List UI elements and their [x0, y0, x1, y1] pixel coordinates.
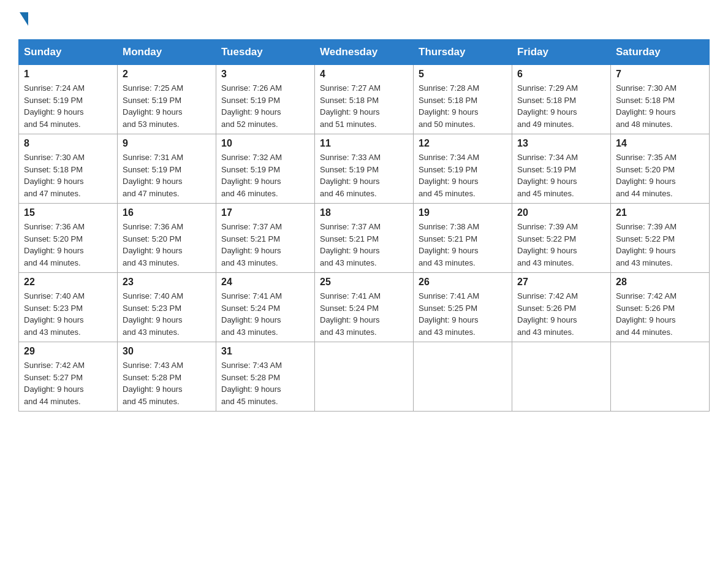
- table-row: 16Sunrise: 7:36 AMSunset: 5:20 PMDayligh…: [118, 204, 216, 273]
- table-row: 24Sunrise: 7:41 AMSunset: 5:24 PMDayligh…: [216, 273, 315, 342]
- day-detail: Sunrise: 7:42 AMSunset: 5:26 PMDaylight:…: [616, 290, 704, 338]
- day-detail: Sunrise: 7:37 AMSunset: 5:21 PMDaylight:…: [221, 221, 309, 269]
- day-number: 1: [24, 69, 112, 80]
- day-detail: Sunrise: 7:41 AMSunset: 5:25 PMDaylight:…: [419, 290, 507, 338]
- day-number: 14: [616, 138, 704, 149]
- day-number: 27: [517, 277, 605, 288]
- table-row: 10Sunrise: 7:32 AMSunset: 5:19 PMDayligh…: [216, 134, 315, 204]
- table-row: [512, 342, 611, 412]
- day-number: 11: [320, 138, 408, 149]
- page-header: [18, 12, 710, 27]
- day-number: 7: [616, 69, 704, 80]
- day-detail: Sunrise: 7:41 AMSunset: 5:24 PMDaylight:…: [320, 290, 408, 338]
- table-row: 11Sunrise: 7:33 AMSunset: 5:19 PMDayligh…: [315, 134, 414, 204]
- day-number: 19: [419, 207, 507, 218]
- table-row: 21Sunrise: 7:39 AMSunset: 5:22 PMDayligh…: [611, 204, 710, 273]
- col-thursday: Thursday: [414, 40, 512, 65]
- day-detail: Sunrise: 7:29 AMSunset: 5:18 PMDaylight:…: [517, 82, 605, 130]
- day-detail: Sunrise: 7:40 AMSunset: 5:23 PMDaylight:…: [123, 290, 211, 338]
- day-number: 18: [320, 207, 408, 218]
- day-number: 13: [517, 138, 605, 149]
- table-row: 17Sunrise: 7:37 AMSunset: 5:21 PMDayligh…: [216, 204, 315, 273]
- calendar-row: 15Sunrise: 7:36 AMSunset: 5:20 PMDayligh…: [19, 204, 710, 273]
- calendar-table: Sunday Monday Tuesday Wednesday Thursday…: [18, 39, 710, 412]
- day-detail: Sunrise: 7:42 AMSunset: 5:27 PMDaylight:…: [24, 359, 112, 407]
- day-detail: Sunrise: 7:27 AMSunset: 5:18 PMDaylight:…: [320, 82, 408, 130]
- header-row: Sunday Monday Tuesday Wednesday Thursday…: [19, 40, 710, 65]
- day-number: 12: [419, 138, 507, 149]
- table-row: 5Sunrise: 7:28 AMSunset: 5:18 PMDaylight…: [414, 65, 512, 134]
- col-saturday: Saturday: [611, 40, 710, 65]
- day-number: 22: [24, 277, 112, 288]
- day-detail: Sunrise: 7:28 AMSunset: 5:18 PMDaylight:…: [419, 82, 507, 130]
- table-row: 14Sunrise: 7:35 AMSunset: 5:20 PMDayligh…: [611, 134, 710, 204]
- day-detail: Sunrise: 7:32 AMSunset: 5:19 PMDaylight:…: [221, 151, 309, 199]
- day-detail: Sunrise: 7:37 AMSunset: 5:21 PMDaylight:…: [320, 221, 408, 269]
- day-detail: Sunrise: 7:36 AMSunset: 5:20 PMDaylight:…: [123, 221, 211, 269]
- calendar-row: 29Sunrise: 7:42 AMSunset: 5:27 PMDayligh…: [19, 342, 710, 412]
- table-row: 4Sunrise: 7:27 AMSunset: 5:18 PMDaylight…: [315, 65, 414, 134]
- table-row: 26Sunrise: 7:41 AMSunset: 5:25 PMDayligh…: [414, 273, 512, 342]
- table-row: 29Sunrise: 7:42 AMSunset: 5:27 PMDayligh…: [19, 342, 118, 412]
- day-number: 21: [616, 207, 704, 218]
- calendar-row: 8Sunrise: 7:30 AMSunset: 5:18 PMDaylight…: [19, 134, 710, 204]
- table-row: 30Sunrise: 7:43 AMSunset: 5:28 PMDayligh…: [118, 342, 216, 412]
- col-sunday: Sunday: [19, 40, 118, 65]
- calendar-row: 1Sunrise: 7:24 AMSunset: 5:19 PMDaylight…: [19, 65, 710, 134]
- col-wednesday: Wednesday: [315, 40, 414, 65]
- table-row: 2Sunrise: 7:25 AMSunset: 5:19 PMDaylight…: [118, 65, 216, 134]
- day-detail: Sunrise: 7:24 AMSunset: 5:19 PMDaylight:…: [24, 82, 112, 130]
- table-row: 3Sunrise: 7:26 AMSunset: 5:19 PMDaylight…: [216, 65, 315, 134]
- day-number: 26: [419, 277, 507, 288]
- day-number: 5: [419, 69, 507, 80]
- day-detail: Sunrise: 7:40 AMSunset: 5:23 PMDaylight:…: [24, 290, 112, 338]
- day-detail: Sunrise: 7:34 AMSunset: 5:19 PMDaylight:…: [517, 151, 605, 199]
- day-detail: Sunrise: 7:39 AMSunset: 5:22 PMDaylight:…: [616, 221, 704, 269]
- day-number: 29: [24, 346, 112, 357]
- table-row: 22Sunrise: 7:40 AMSunset: 5:23 PMDayligh…: [19, 273, 118, 342]
- day-number: 24: [221, 277, 309, 288]
- day-detail: Sunrise: 7:26 AMSunset: 5:19 PMDaylight:…: [221, 82, 309, 130]
- table-row: [611, 342, 710, 412]
- day-detail: Sunrise: 7:34 AMSunset: 5:19 PMDaylight:…: [419, 151, 507, 199]
- col-monday: Monday: [118, 40, 216, 65]
- calendar-row: 22Sunrise: 7:40 AMSunset: 5:23 PMDayligh…: [19, 273, 710, 342]
- table-row: 23Sunrise: 7:40 AMSunset: 5:23 PMDayligh…: [118, 273, 216, 342]
- table-row: 31Sunrise: 7:43 AMSunset: 5:28 PMDayligh…: [216, 342, 315, 412]
- day-number: 30: [123, 346, 211, 357]
- day-detail: Sunrise: 7:38 AMSunset: 5:21 PMDaylight:…: [419, 221, 507, 269]
- table-row: 15Sunrise: 7:36 AMSunset: 5:20 PMDayligh…: [19, 204, 118, 273]
- day-number: 20: [517, 207, 605, 218]
- day-number: 23: [123, 277, 211, 288]
- day-detail: Sunrise: 7:25 AMSunset: 5:19 PMDaylight:…: [123, 82, 211, 130]
- day-number: 17: [221, 207, 309, 218]
- calendar-header: Sunday Monday Tuesday Wednesday Thursday…: [19, 40, 710, 65]
- table-row: 6Sunrise: 7:29 AMSunset: 5:18 PMDaylight…: [512, 65, 611, 134]
- table-row: 1Sunrise: 7:24 AMSunset: 5:19 PMDaylight…: [19, 65, 118, 134]
- table-row: 13Sunrise: 7:34 AMSunset: 5:19 PMDayligh…: [512, 134, 611, 204]
- day-number: 28: [616, 277, 704, 288]
- table-row: 27Sunrise: 7:42 AMSunset: 5:26 PMDayligh…: [512, 273, 611, 342]
- col-tuesday: Tuesday: [216, 40, 315, 65]
- day-detail: Sunrise: 7:43 AMSunset: 5:28 PMDaylight:…: [221, 359, 309, 407]
- day-number: 31: [221, 346, 309, 357]
- logo: [18, 12, 28, 27]
- day-number: 8: [24, 138, 112, 149]
- table-row: 18Sunrise: 7:37 AMSunset: 5:21 PMDayligh…: [315, 204, 414, 273]
- day-number: 2: [123, 69, 211, 80]
- day-number: 9: [123, 138, 211, 149]
- calendar-body: 1Sunrise: 7:24 AMSunset: 5:19 PMDaylight…: [19, 65, 710, 412]
- table-row: 12Sunrise: 7:34 AMSunset: 5:19 PMDayligh…: [414, 134, 512, 204]
- day-number: 3: [221, 69, 309, 80]
- table-row: 8Sunrise: 7:30 AMSunset: 5:18 PMDaylight…: [19, 134, 118, 204]
- day-detail: Sunrise: 7:33 AMSunset: 5:19 PMDaylight:…: [320, 151, 408, 199]
- day-detail: Sunrise: 7:42 AMSunset: 5:26 PMDaylight:…: [517, 290, 605, 338]
- table-row: 25Sunrise: 7:41 AMSunset: 5:24 PMDayligh…: [315, 273, 414, 342]
- table-row: 19Sunrise: 7:38 AMSunset: 5:21 PMDayligh…: [414, 204, 512, 273]
- day-detail: Sunrise: 7:35 AMSunset: 5:20 PMDaylight:…: [616, 151, 704, 199]
- day-detail: Sunrise: 7:36 AMSunset: 5:20 PMDaylight:…: [24, 221, 112, 269]
- table-row: [414, 342, 512, 412]
- col-friday: Friday: [512, 40, 611, 65]
- day-number: 16: [123, 207, 211, 218]
- table-row: 9Sunrise: 7:31 AMSunset: 5:19 PMDaylight…: [118, 134, 216, 204]
